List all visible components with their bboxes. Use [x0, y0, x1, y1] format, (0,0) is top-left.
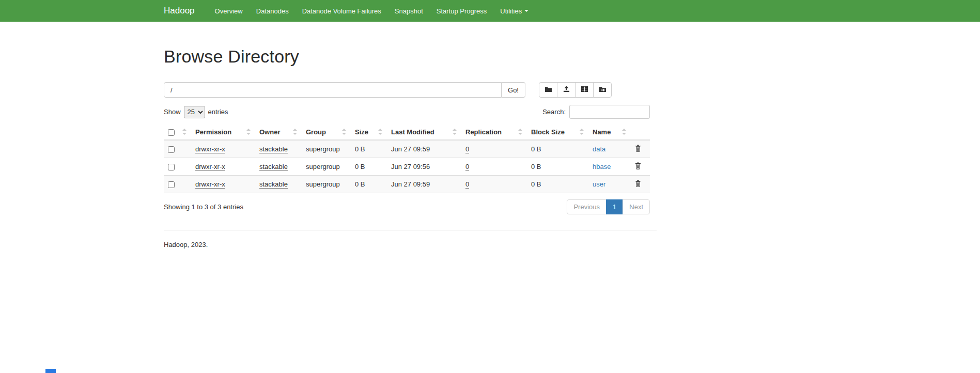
- header-group[interactable]: Group: [302, 125, 351, 140]
- table-row: drwxr-xr-x stackable supergroup 0 B Jun …: [164, 158, 650, 176]
- header-name[interactable]: Name: [588, 125, 631, 140]
- sort-arrows-icon: [452, 128, 457, 135]
- folder-move-icon: [599, 86, 606, 94]
- block-size-value: 0 B: [527, 140, 588, 158]
- nav-overview[interactable]: Overview: [208, 0, 250, 22]
- trash-icon: [635, 146, 641, 153]
- page-size-select[interactable]: 25: [184, 106, 205, 118]
- owner-value[interactable]: stackable: [259, 180, 288, 189]
- sort-arrows-icon: [518, 128, 523, 135]
- header-permission[interactable]: Permission: [191, 125, 255, 140]
- upload-icon: [563, 86, 570, 94]
- nav-snapshot[interactable]: Snapshot: [388, 0, 430, 22]
- owner-value[interactable]: stackable: [259, 163, 288, 171]
- row-checkbox[interactable]: [168, 146, 175, 153]
- entries-summary: Showing 1 to 3 of 3 entries: [164, 203, 243, 211]
- pagination-next[interactable]: Next: [623, 199, 650, 214]
- group-value: supergroup: [306, 145, 340, 153]
- delete-button[interactable]: [635, 180, 641, 187]
- header-size[interactable]: Size: [351, 125, 387, 140]
- top-navbar: Hadoop Overview Datanodes Datanode Volum…: [0, 0, 980, 22]
- group-value: supergroup: [306, 163, 340, 170]
- nav-links: Overview Datanodes Datanode Volume Failu…: [208, 0, 536, 22]
- table-controls: Show 25 entries Search:: [164, 105, 650, 119]
- header-select-all[interactable]: [164, 125, 191, 140]
- block-size-value: 0 B: [527, 176, 588, 193]
- block-size-value: 0 B: [527, 158, 588, 176]
- entries-label: entries: [208, 108, 228, 116]
- directory-link[interactable]: data: [593, 145, 605, 153]
- size-value: 0 B: [351, 176, 387, 193]
- sort-arrows-icon: [246, 128, 251, 135]
- pagination: Previous 1 Next: [567, 199, 650, 214]
- replication-value[interactable]: 0: [465, 163, 469, 171]
- size-value: 0 B: [351, 140, 387, 158]
- nav-startup-progress[interactable]: Startup Progress: [430, 0, 494, 22]
- permission-value[interactable]: drwxr-xr-x: [195, 180, 225, 189]
- replication-value[interactable]: 0: [465, 180, 469, 189]
- footer-divider: [164, 230, 657, 230]
- paste-button[interactable]: [593, 82, 612, 98]
- blue-indicator-strip: [45, 369, 56, 373]
- trash-icon: [635, 181, 641, 189]
- search-input[interactable]: [569, 105, 650, 119]
- delete-button[interactable]: [635, 162, 641, 169]
- header-actions: [631, 125, 650, 140]
- show-label: Show: [164, 108, 181, 116]
- upload-file-button[interactable]: [557, 82, 575, 98]
- permission-value[interactable]: drwxr-xr-x: [195, 163, 225, 171]
- file-action-buttons: [539, 82, 612, 98]
- search-label: Search:: [542, 108, 566, 116]
- replication-value[interactable]: 0: [465, 145, 469, 153]
- sort-arrows-icon: [378, 128, 383, 135]
- sort-arrows-icon: [292, 128, 298, 135]
- chevron-down-icon: [524, 10, 528, 12]
- cut-button[interactable]: [575, 82, 594, 98]
- header-replication[interactable]: Replication: [461, 125, 527, 140]
- sort-arrows-icon: [579, 128, 584, 135]
- sort-arrows-icon: [621, 128, 627, 135]
- path-bar: Go!: [164, 82, 650, 98]
- header-block-size[interactable]: Block Size: [527, 125, 588, 140]
- size-value: 0 B: [351, 158, 387, 176]
- nav-datanode-volume-failures[interactable]: Datanode Volume Failures: [295, 0, 388, 22]
- create-directory-button[interactable]: [539, 82, 557, 98]
- row-checkbox[interactable]: [168, 164, 175, 170]
- grid-icon: [581, 86, 588, 94]
- last-modified-value: Jun 27 09:59: [387, 140, 461, 158]
- nav-utilities-dropdown[interactable]: Utilities: [493, 0, 535, 22]
- directory-link[interactable]: hbase: [593, 163, 611, 170]
- sort-arrows-icon: [182, 128, 187, 135]
- directory-table: Permission Owner Group Size Last Modifie…: [164, 125, 650, 193]
- select-all-checkbox[interactable]: [168, 129, 175, 136]
- last-modified-value: Jun 27 09:59: [387, 176, 461, 193]
- nav-utilities-label: Utilities: [500, 7, 522, 15]
- group-value: supergroup: [306, 180, 340, 188]
- table-header-row: Permission Owner Group Size Last Modifie…: [164, 125, 650, 140]
- pagination-previous[interactable]: Previous: [567, 199, 606, 214]
- page-title: Browse Directory: [164, 46, 650, 67]
- permission-value[interactable]: drwxr-xr-x: [195, 145, 225, 153]
- directory-path-input[interactable]: [164, 82, 502, 98]
- delete-button[interactable]: [635, 145, 641, 152]
- sort-arrows-icon: [341, 128, 347, 135]
- go-button[interactable]: Go!: [502, 82, 525, 98]
- owner-value[interactable]: stackable: [259, 145, 288, 153]
- table-row: drwxr-xr-x stackable supergroup 0 B Jun …: [164, 140, 650, 158]
- row-checkbox[interactable]: [168, 181, 175, 188]
- table-row: drwxr-xr-x stackable supergroup 0 B Jun …: [164, 176, 650, 193]
- header-last-modified[interactable]: Last Modified: [387, 125, 461, 140]
- pagination-page-1[interactable]: 1: [606, 199, 623, 214]
- footer-text: Hadoop, 2023.: [164, 241, 650, 248]
- folder-icon: [545, 86, 552, 94]
- trash-icon: [635, 163, 641, 171]
- directory-link[interactable]: user: [593, 180, 605, 188]
- brand-hadoop[interactable]: Hadoop: [164, 6, 195, 16]
- nav-datanodes[interactable]: Datanodes: [250, 0, 295, 22]
- last-modified-value: Jun 27 09:56: [387, 158, 461, 176]
- header-owner[interactable]: Owner: [255, 125, 302, 140]
